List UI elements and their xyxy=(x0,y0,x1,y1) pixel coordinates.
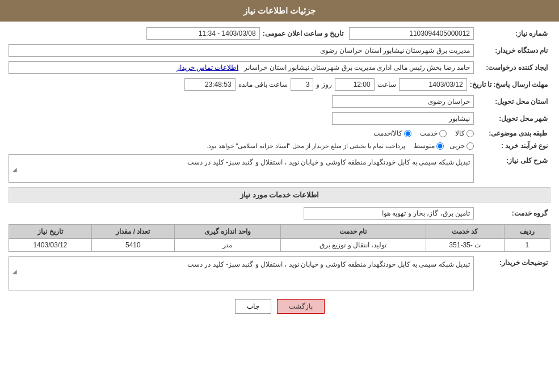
table-row: 1ت -35-351تولید، انتقال و توزیع برقمتر54… xyxy=(9,239,550,252)
creator-contact-link[interactable]: اطلاعات تماس خریدار xyxy=(176,64,239,71)
services-title: اطلاعات خدمات مورد نیاز xyxy=(9,187,550,203)
table-cell: 5410 xyxy=(91,239,174,252)
process-note: پرداخت تمام یا بخشی از مبلغ خریدار از مح… xyxy=(207,142,405,150)
process-option-1[interactable]: جزیی xyxy=(449,142,474,150)
reply-days-field: 3 xyxy=(291,78,313,91)
creator-field: حامد رضا بخش رئیس مالی اداری مدیریت برق … xyxy=(9,61,474,74)
page-header: جزئیات اطلاعات نیاز xyxy=(0,0,559,22)
category-option-3[interactable]: کالا/خدمت xyxy=(373,129,411,137)
buyer-desc-field: تبدیل شبکه سیمی به کابل خودنگهدار منطقه … xyxy=(9,256,474,290)
process-label: نوع فرآیند خرید : xyxy=(477,142,550,150)
category-option-1[interactable]: کالا xyxy=(455,129,474,137)
announcement-label: تاریخ و ساعت اعلان عمومی: xyxy=(263,29,346,37)
col-service-name: نام خدمت xyxy=(280,225,426,239)
table-cell: متر xyxy=(174,239,280,252)
need-desc-field: تبدیل شبکه سیمی به کابل خودنگهدار منطقه … xyxy=(9,154,474,183)
category-label-both: کالا/خدمت xyxy=(373,129,402,137)
process-row: جزیی متوسط پرداخت تمام یا بخشی از مبلغ خ… xyxy=(9,142,474,150)
need-desc-label: شرح کلی نیاز: xyxy=(477,154,550,165)
back-button[interactable]: بازگشت xyxy=(277,299,325,314)
process-option-2[interactable]: متوسط xyxy=(414,142,444,150)
reply-days-label: روز و xyxy=(316,81,331,88)
col-row-num: ردیف xyxy=(504,225,550,239)
category-radio-group: کالا خدمت کالا/خدمت xyxy=(9,129,474,137)
table-cell: 1 xyxy=(504,239,550,252)
service-group-label: گروه خدمت: xyxy=(477,209,550,217)
province-label: استان محل تحویل: xyxy=(477,98,550,106)
services-table: ردیف کد خدمت نام خدمت واحد اندازه گیری ت… xyxy=(9,224,550,252)
table-cell: تولید، انتقال و توزیع برق xyxy=(280,239,426,252)
remaining-field: 23:48:53 xyxy=(184,78,236,91)
category-option-2[interactable]: خدمت xyxy=(420,129,447,137)
service-group-field: تامین برق، گاز، بخار و تهویه هوا xyxy=(304,207,474,220)
category-radio-kala[interactable] xyxy=(466,130,474,137)
print-button[interactable]: چاپ xyxy=(235,299,271,314)
process-radio-medium[interactable] xyxy=(436,142,444,150)
page-title: جزئیات اطلاعات نیاز xyxy=(243,6,316,15)
city-field: نیشابور xyxy=(332,112,474,125)
creator-label: ایجاد کننده درخواست: xyxy=(477,64,550,71)
reply-deadline-label: مهلت ارسال پاسخ: تا تاریخ: xyxy=(470,81,550,88)
category-label-kala: کالا xyxy=(455,129,465,137)
province-field: خراسان رضوی xyxy=(332,95,474,108)
reply-date-field: 1403/03/12 xyxy=(399,78,467,91)
col-service-code: کد خدمت xyxy=(426,225,504,239)
buyer-desc-label: توضیحات خریدار: xyxy=(477,256,550,267)
col-count: تعداد / مقدار xyxy=(91,225,174,239)
table-cell: 1403/03/12 xyxy=(9,239,92,252)
reply-time-field: 12:00 xyxy=(335,78,375,91)
col-unit: واحد اندازه گیری xyxy=(174,225,280,239)
category-label: طبقه بندی موضوعی: xyxy=(477,129,550,137)
category-radio-service[interactable] xyxy=(439,130,447,137)
remaining-label: ساعت باقی مانده xyxy=(238,81,288,88)
category-radio-both[interactable] xyxy=(404,130,411,137)
need-number-field: 1103094405000012 xyxy=(349,27,474,40)
process-label-partial: جزیی xyxy=(449,142,465,150)
buyer-org-label: نام دستگاه خریدار: xyxy=(477,47,550,54)
city-label: شهر محل تحویل: xyxy=(477,115,550,123)
process-label-medium: متوسط xyxy=(414,142,435,150)
process-radio-partial[interactable] xyxy=(466,142,474,150)
need-number-label: شماره نیاز: xyxy=(477,29,550,37)
buttons-row: بازگشت چاپ xyxy=(9,299,550,314)
buyer-org-field: مدیریت برق شهرستان نیشابور استان خراسان … xyxy=(9,44,474,57)
announcement-field: 1403/03/08 - 11:34 xyxy=(146,27,260,40)
category-label-service: خدمت xyxy=(420,129,438,137)
col-date: تاریخ نیاز xyxy=(9,225,92,239)
reply-time-label: ساعت xyxy=(377,81,396,88)
table-cell: ت -35-351 xyxy=(426,239,504,252)
